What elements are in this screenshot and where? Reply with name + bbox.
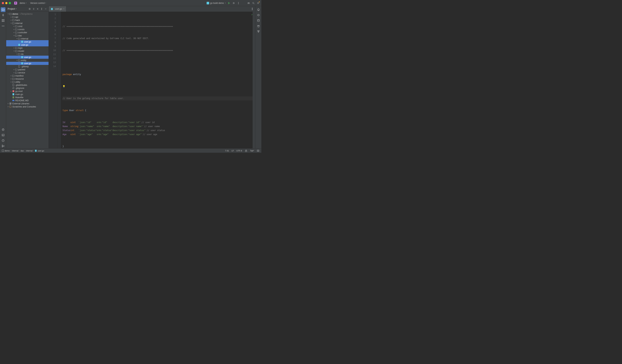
svg-rect-9 (2, 19, 3, 20)
code-line: Id uint `json:"id" orm:"id" description:… (62, 120, 255, 124)
svg-rect-29 (21, 62, 23, 64)
readonly-toggle[interactable] (245, 149, 248, 152)
run-config-selector[interactable]: go build demo ▾ (207, 2, 226, 4)
gopher-tool-button[interactable] (256, 24, 261, 28)
tree-file[interactable]: Makefile (6, 96, 49, 99)
window-maximize-button[interactable] (9, 2, 11, 4)
settings-button[interactable] (257, 2, 259, 4)
tree-file-selected[interactable]: user.go (6, 43, 49, 46)
breadcrumb-item[interactable]: user.go (35, 150, 44, 152)
breadcrumb-item[interactable]: demo (2, 150, 10, 152)
tree-item[interactable]: ▸api (6, 16, 49, 19)
tree-item[interactable]: ▸resource (6, 77, 49, 80)
folder-icon (9, 13, 12, 15)
breadcrumb-item[interactable]: internal (12, 150, 18, 152)
select-open-file-button[interactable] (28, 7, 31, 10)
project-panel-title[interactable]: Project ▾ (8, 8, 17, 10)
tree-item[interactable]: ▸hack (6, 19, 49, 22)
collab-tool-button[interactable] (256, 29, 261, 34)
folder-icon (15, 47, 18, 49)
project-tree[interactable]: ▾ demo ~/Temp/demo ▸api ▸hack ▾internal … (6, 12, 49, 148)
terminal-tool-button[interactable] (1, 133, 5, 137)
svg-rect-46 (2, 150, 4, 152)
caret-position[interactable]: 7:31 (225, 150, 229, 152)
debug-button[interactable] (232, 2, 235, 4)
analysis-ok-icon[interactable]: ✔ (251, 13, 253, 17)
window-close-button[interactable] (2, 2, 4, 4)
tree-external-libs[interactable]: ▸External Libraries (6, 102, 49, 105)
tree-item[interactable]: ▸cmd (6, 25, 49, 28)
git-tool-button[interactable] (1, 144, 5, 148)
tree-file[interactable]: README.MD (6, 99, 49, 102)
svg-rect-48 (245, 151, 247, 152)
tree-item[interactable]: ▸manifest (6, 74, 49, 77)
problems-tool-button[interactable] (1, 138, 5, 143)
tree-item[interactable]: ▸utility (6, 80, 49, 83)
tree-item[interactable]: ▾internal (6, 22, 49, 25)
tree-item[interactable]: ▾dao (6, 34, 49, 37)
database-tool-button[interactable] (256, 18, 261, 23)
go-file-icon (18, 44, 20, 46)
indent-info[interactable]: Tab* (250, 150, 254, 152)
tree-item[interactable]: ▸logic (6, 46, 49, 49)
tree-item[interactable]: ▾internal (6, 37, 49, 40)
project-menu[interactable]: demo ▾ (19, 1, 28, 5)
tree-item[interactable]: ▸packed (6, 68, 49, 71)
editor-tab[interactable]: user.go × (49, 6, 66, 12)
services-tool-button[interactable] (1, 127, 5, 132)
line-separator[interactable]: LF (232, 150, 234, 152)
more-actions-button[interactable] (237, 2, 240, 4)
breadcrumb-item[interactable]: dao (20, 150, 24, 152)
vcs-label: Version control (30, 2, 45, 4)
tree-item[interactable]: ▸service (6, 71, 49, 74)
tree-item[interactable]: ▾entity (6, 59, 49, 62)
svg-point-5 (249, 2, 250, 3)
tree-root[interactable]: ▾ demo ~/Temp/demo (6, 12, 49, 16)
tree-file[interactable]: ▸go.mod (6, 90, 49, 93)
notifications-tool-button[interactable] (256, 7, 261, 12)
ai-assistant-tool-button[interactable] (256, 13, 261, 18)
window-minimize-button[interactable] (5, 2, 7, 4)
line-gutter[interactable]: 1234567891011121314 (49, 12, 58, 148)
commit-tool-button[interactable] (1, 13, 5, 18)
tab-options-button[interactable] (251, 7, 254, 10)
tree-item[interactable]: ▸consts (6, 28, 49, 31)
code-with-me-button[interactable] (247, 2, 250, 4)
collapse-all-button[interactable] (36, 7, 39, 10)
tree-item[interactable]: ▾model (6, 49, 49, 53)
breadcrumb-item[interactable]: internal (26, 150, 33, 152)
search-everywhere-button[interactable] (252, 2, 255, 4)
close-tab-button[interactable]: × (63, 8, 64, 10)
breadcrumbs[interactable]: demo›internal›dao›internal›user.go (2, 150, 44, 152)
svg-point-2 (238, 3, 239, 3)
panel-options-button[interactable] (40, 7, 43, 10)
svg-point-0 (233, 2, 234, 3)
svg-rect-12 (3, 21, 4, 22)
tree-file[interactable]: .gitkeep (6, 65, 49, 68)
tree-scratches[interactable]: ▸Scratches and Consoles (6, 105, 49, 108)
expand-all-button[interactable] (32, 7, 35, 10)
svg-rect-31 (12, 90, 14, 92)
tree-file[interactable]: .gitattributes (6, 83, 49, 87)
reader-mode-toggle[interactable] (257, 149, 259, 152)
run-button[interactable] (228, 2, 231, 4)
tree-file-selected[interactable]: user.go (6, 62, 49, 65)
tree-file-selected[interactable]: user.go (6, 40, 49, 43)
hide-panel-button[interactable] (44, 7, 47, 10)
tree-item[interactable]: ▸controller (6, 31, 49, 34)
editor-minimap[interactable] (253, 12, 255, 148)
file-encoding[interactable]: UTF-8 (236, 150, 242, 152)
svg-point-3 (238, 4, 239, 4)
code-editor[interactable]: ✔ // ===================================… (61, 12, 255, 148)
breadcrumb-separator: › (19, 150, 20, 152)
vcs-menu[interactable]: Version control ▾ (29, 1, 47, 5)
more-tools-button[interactable] (1, 24, 5, 28)
left-tool-strip (0, 6, 6, 148)
tree-file[interactable]: main.go (6, 93, 49, 96)
intention-bulb-icon[interactable]: 💡 (62, 84, 65, 88)
structure-tool-button[interactable] (1, 18, 5, 23)
tree-file-selected[interactable]: user.go (6, 56, 49, 59)
tree-file[interactable]: .gitignore (6, 87, 49, 90)
tree-item[interactable]: ▾do (6, 53, 49, 56)
project-tool-button[interactable] (1, 7, 5, 12)
